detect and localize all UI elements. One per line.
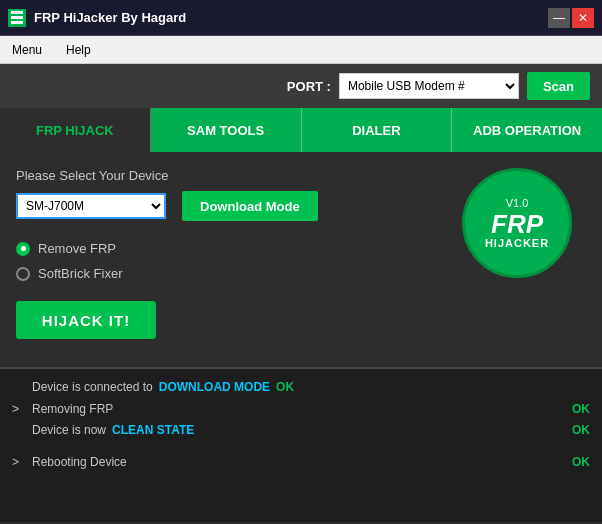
download-mode-button[interactable]: Download Mode [182,191,318,221]
tabs-bar: FRP HIJACK SAM TOOLS DIALER ADB OPERATIO… [0,108,602,152]
port-bar: PORT : Mobile USB Modem # Scan [0,64,602,108]
menu-bar: Menu Help [0,36,602,64]
icon-stripe [11,21,23,24]
log-text-2: Removing FRP [32,399,113,421]
log-line-spacer [12,442,590,452]
title-bar: FRP HiJacker By Hagard — ✕ [0,0,602,36]
frp-badge-version: V1.0 [506,197,529,209]
log-line-1: Device is connected to DOWNLOAD MODE OK [12,377,590,399]
log-text-4: Rebooting Device [32,452,127,474]
app-icon [8,9,26,27]
log-clean-state: CLEAN STATE [112,420,194,442]
log-line-3: Device is now CLEAN STATE OK [12,420,590,442]
frp-badge-hijacker: HIJACKER [485,237,549,249]
icon-stripe [11,11,23,14]
tab-dialer[interactable]: DIALER [302,108,453,152]
radio-circle-softbrick-fixer [16,267,30,281]
tab-frp-hijack[interactable]: FRP HIJACK [0,108,151,152]
icon-stripes [11,11,23,24]
radio-circle-remove-frp [16,242,30,256]
log-area: Device is connected to DOWNLOAD MODE OK … [0,367,602,522]
hijack-button[interactable]: HIJACK IT! [16,301,156,339]
log-ok-4: OK [572,452,590,474]
menu-help[interactable]: Help [62,41,95,59]
port-select[interactable]: Mobile USB Modem # [339,73,519,99]
log-text-1a: Device is connected to [32,377,153,399]
log-text-3a: Device is now [32,420,106,442]
main-content: Please Select Your Device SM-J700M Downl… [0,152,602,367]
icon-stripe [11,16,23,19]
log-download-mode: DOWNLOAD MODE [159,377,270,399]
scan-button[interactable]: Scan [527,72,590,100]
radio-label-remove-frp: Remove FRP [38,241,116,256]
minimize-button[interactable]: — [548,8,570,28]
log-line-2: > Removing FRP OK [12,399,590,421]
close-button[interactable]: ✕ [572,8,594,28]
log-prefix-4: > [12,452,26,474]
log-ok-3: OK [572,420,590,442]
tab-sam-tools[interactable]: SAM TOOLS [151,108,302,152]
radio-label-softbrick-fixer: SoftBrick Fixer [38,266,123,281]
log-ok-1: OK [276,377,294,399]
menu-menu[interactable]: Menu [8,41,46,59]
device-select[interactable]: SM-J700M [16,193,166,219]
log-prefix-1 [12,377,26,399]
tab-adb-operation[interactable]: ADB OPERATION [452,108,602,152]
log-prefix-3 [12,420,26,442]
log-ok-2: OK [572,399,590,421]
frp-badge-frp: FRP [491,211,543,237]
window-title: FRP HiJacker By Hagard [34,10,186,25]
log-line-4: > Rebooting Device OK [12,452,590,474]
window-controls: — ✕ [548,8,594,28]
frp-badge: V1.0 FRP HIJACKER [462,168,572,278]
log-prefix-2: > [12,399,26,421]
port-label: PORT : [287,79,331,94]
title-bar-left: FRP HiJacker By Hagard [8,9,186,27]
